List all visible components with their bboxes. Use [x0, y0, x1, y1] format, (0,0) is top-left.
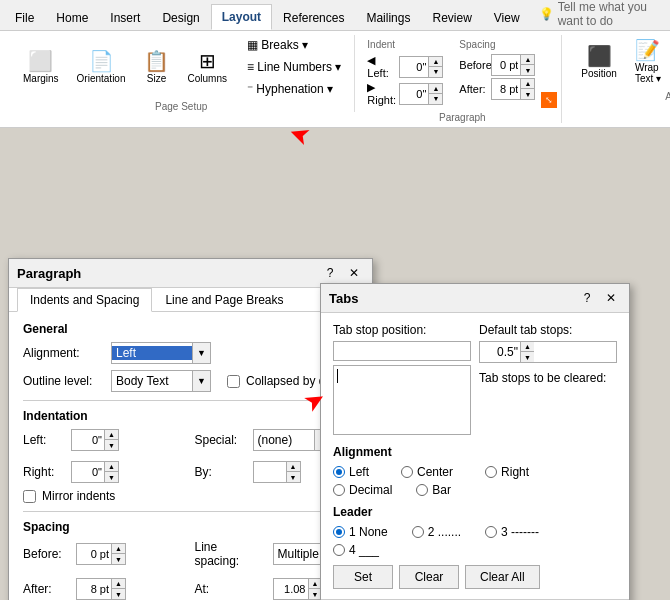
- default-tab-stops-input[interactable]: [480, 343, 520, 361]
- indent-right-form-input[interactable]: [72, 465, 104, 479]
- spacing-before-form-input[interactable]: [77, 547, 111, 561]
- sb-down[interactable]: ▼: [111, 554, 125, 564]
- leader-2-option[interactable]: 2 .......: [412, 525, 461, 539]
- leader-1-option[interactable]: 1 None: [333, 525, 388, 539]
- alignment-row: Alignment: Left ▼: [23, 342, 358, 364]
- spacing-after-up[interactable]: ▲: [520, 79, 534, 89]
- spacing-before-form-spin[interactable]: ▲▼: [76, 543, 126, 565]
- spacing-column: Spacing Before: ▲ ▼: [459, 39, 535, 100]
- indent-right-spin[interactable]: ▲ ▼: [399, 83, 443, 105]
- indent-right-form-spin[interactable]: ▲▼: [71, 461, 119, 483]
- sb-up[interactable]: ▲: [111, 544, 125, 554]
- paragraph-expand-button[interactable]: ⤡: [541, 92, 557, 108]
- indent-left-spin[interactable]: ▲ ▼: [399, 56, 443, 78]
- spacing-before-up[interactable]: ▲: [520, 55, 534, 65]
- paragraph-close-button[interactable]: ✕: [344, 263, 364, 283]
- default-tab-stops-spin[interactable]: ▲▼: [479, 341, 617, 363]
- tell-me-bar[interactable]: 💡 Tell me what you want to do: [531, 0, 670, 30]
- paragraph-dialog-titlebar: Paragraph ? ✕: [9, 259, 372, 288]
- clear-all-button[interactable]: Clear All: [465, 565, 540, 589]
- paragraph-group-label: Paragraph: [439, 112, 486, 123]
- tab-line-page-breaks[interactable]: Line and Page Breaks: [152, 288, 296, 311]
- at-input[interactable]: [274, 582, 308, 596]
- clear-button[interactable]: Clear: [399, 565, 459, 589]
- ir-down[interactable]: ▼: [104, 472, 118, 482]
- ir-up[interactable]: ▲: [104, 462, 118, 472]
- leader-3-option[interactable]: 3 -------: [485, 525, 539, 539]
- at-spin[interactable]: ▲▼: [273, 578, 323, 600]
- tab-stop-position-input[interactable]: [334, 342, 470, 360]
- leader-2-label: 2 .......: [428, 525, 461, 539]
- orientation-button[interactable]: 📄 Orientation: [70, 46, 133, 89]
- tab-design[interactable]: Design: [151, 4, 210, 30]
- align-right-option[interactable]: Right: [485, 465, 529, 479]
- dts-up[interactable]: ▲: [520, 342, 534, 352]
- tab-view[interactable]: View: [483, 4, 531, 30]
- align-bar-option[interactable]: Bar: [416, 483, 451, 497]
- spacing-before-input[interactable]: [492, 58, 520, 72]
- collapsed-checkbox[interactable]: [227, 375, 240, 388]
- tab-references[interactable]: References: [272, 4, 355, 30]
- tab-file[interactable]: File: [4, 4, 45, 30]
- tab-stop-list[interactable]: [333, 365, 471, 435]
- mirror-indents-checkbox[interactable]: [23, 490, 36, 503]
- spacing-before-spin[interactable]: ▲ ▼: [491, 54, 535, 76]
- tab-home[interactable]: Home: [45, 4, 99, 30]
- spacing-after-form-row: After: ▲▼: [23, 578, 187, 600]
- tab-layout[interactable]: Layout: [211, 4, 272, 30]
- indent-left-form-spin[interactable]: ▲▼: [71, 429, 119, 451]
- indent-left-input[interactable]: [400, 60, 428, 74]
- outline-dropdown[interactable]: Body Text ▼: [111, 370, 211, 392]
- tab-review[interactable]: Review: [421, 4, 482, 30]
- spacing-after-down[interactable]: ▼: [520, 89, 534, 99]
- tabs-close-button[interactable]: ✕: [601, 288, 621, 308]
- tab-mailings[interactable]: Mailings: [355, 4, 421, 30]
- paragraph-help-button[interactable]: ?: [320, 263, 340, 283]
- il-up[interactable]: ▲: [104, 430, 118, 440]
- spacing-after-spin[interactable]: ▲ ▼: [491, 78, 535, 100]
- by-up[interactable]: ▲: [286, 462, 300, 472]
- spacing-before-label: Before:: [459, 59, 489, 71]
- indent-right-input[interactable]: [400, 87, 428, 101]
- spacing-after-form-spin[interactable]: ▲▼: [76, 578, 126, 600]
- line-numbers-button[interactable]: ≡ Line Numbers ▾: [242, 57, 346, 77]
- set-button[interactable]: Set: [333, 565, 393, 589]
- indent-right-down[interactable]: ▼: [428, 94, 442, 104]
- by-down[interactable]: ▼: [286, 472, 300, 482]
- alignment-dropdown[interactable]: Left ▼: [111, 342, 211, 364]
- tabs-help-button[interactable]: ?: [577, 288, 597, 308]
- align-center-label: Center: [417, 465, 453, 479]
- spacing-after-input[interactable]: [492, 82, 520, 96]
- align-center-option[interactable]: Center: [401, 465, 453, 479]
- il-down[interactable]: ▼: [104, 440, 118, 450]
- dts-down[interactable]: ▼: [520, 352, 534, 362]
- by-input[interactable]: [254, 465, 286, 479]
- indent-title: Indent: [367, 39, 443, 50]
- sa-down[interactable]: ▼: [111, 589, 125, 599]
- margins-button[interactable]: ⬜ Margins: [16, 46, 66, 89]
- align-decimal-option[interactable]: Decimal: [333, 483, 392, 497]
- columns-button[interactable]: ⊞ Columns: [181, 46, 234, 89]
- breaks-button[interactable]: ▦ Breaks ▾: [242, 35, 346, 55]
- spacing-after-form-input[interactable]: [77, 582, 111, 596]
- indent-left-down[interactable]: ▼: [428, 67, 442, 77]
- align-left-option[interactable]: Left: [333, 465, 369, 479]
- alignment-label: Alignment:: [23, 346, 103, 360]
- wrap-text-button[interactable]: 📝 WrapText ▾: [628, 35, 668, 89]
- tabs-dialog: Tabs ? ✕ Tab stop position: Default: [320, 283, 630, 600]
- indent-right-up[interactable]: ▲: [428, 84, 442, 94]
- sa-up[interactable]: ▲: [111, 579, 125, 589]
- by-spin[interactable]: ▲▼: [253, 461, 301, 483]
- spacing-before-down[interactable]: ▼: [520, 65, 534, 75]
- size-button[interactable]: 📋 Size: [137, 46, 177, 89]
- tab-indents-spacing[interactable]: Indents and Spacing: [17, 288, 152, 312]
- tab-insert[interactable]: Insert: [99, 4, 151, 30]
- leader-4-option[interactable]: 4 ___: [333, 543, 379, 557]
- leader-section-title: Leader: [333, 505, 617, 519]
- indent-left-up[interactable]: ▲: [428, 57, 442, 67]
- hyphenation-button[interactable]: ⁻ Hyphenation ▾: [242, 79, 346, 99]
- position-button[interactable]: ⬛ Position: [574, 41, 624, 84]
- spacing-after-form-label: After:: [23, 582, 68, 596]
- indent-left-form-input[interactable]: [72, 433, 104, 447]
- tab-stop-position-input-wrapper[interactable]: [333, 341, 471, 361]
